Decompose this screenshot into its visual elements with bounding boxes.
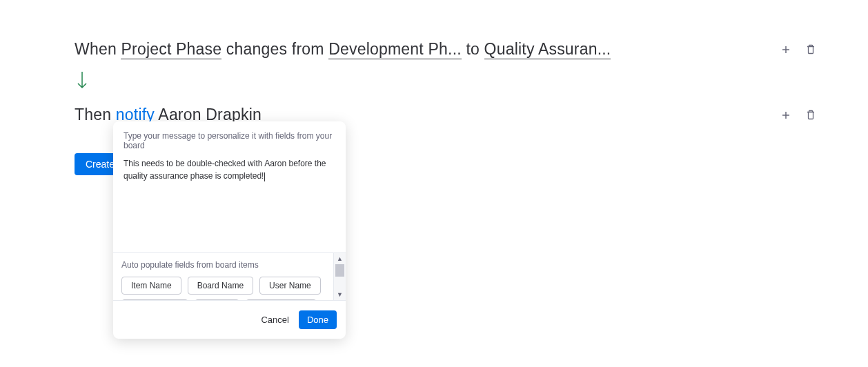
chip-row-2: Group Name People Project Phase	[121, 299, 325, 300]
trash-icon	[806, 44, 816, 54]
chip-group-name[interactable]: Group Name	[121, 299, 188, 300]
scroll-up-button[interactable]: ▲	[334, 253, 346, 264]
trash-icon	[806, 110, 816, 120]
action-actions	[780, 110, 816, 121]
trigger-from[interactable]: Development Ph...	[328, 40, 462, 59]
delete-action-button[interactable]	[805, 110, 816, 121]
add-action-button[interactable]	[780, 110, 791, 121]
plus-icon	[781, 45, 791, 54]
delete-trigger-button[interactable]	[805, 44, 816, 55]
cancel-button[interactable]: Cancel	[261, 315, 288, 325]
trigger-actions	[780, 44, 816, 55]
trigger-sentence: When Project Phase changes from Developm…	[75, 40, 611, 59]
fields-label: Auto populate fields from board items	[121, 260, 325, 270]
text-cursor	[264, 172, 265, 181]
fields-section: Auto populate fields from board items It…	[113, 252, 346, 300]
trigger-field[interactable]: Project Phase	[121, 40, 221, 59]
chip-user-name[interactable]: User Name	[259, 277, 321, 295]
add-condition-button[interactable]	[780, 44, 791, 55]
trigger-to[interactable]: Quality Assuran...	[484, 40, 611, 59]
message-textarea[interactable]: This needs to be double-checked with Aar…	[113, 157, 346, 252]
action-prefix: Then	[75, 106, 116, 123]
trigger-row: When Project Phase changes from Developm…	[75, 40, 816, 59]
plus-icon	[781, 110, 791, 120]
flow-arrow	[77, 71, 816, 92]
scroll-thumb[interactable]	[335, 264, 344, 277]
scroll-down-button[interactable]: ▼	[334, 289, 346, 300]
fields-scrollbar[interactable]: ▲ ▼	[333, 253, 346, 300]
scroll-track[interactable]	[334, 264, 346, 289]
fields-content: Auto populate fields from board items It…	[113, 253, 333, 300]
popup-footer: Cancel Done	[113, 300, 346, 339]
chip-item-name[interactable]: Item Name	[121, 277, 181, 295]
chip-project-phase[interactable]: Project Phase	[246, 299, 317, 300]
chip-row-1: Item Name Board Name User Name	[121, 277, 325, 295]
chip-people[interactable]: People	[195, 299, 239, 300]
trigger-mid2: to	[462, 40, 484, 58]
popup-instruction: Type your message to personalize it with…	[113, 121, 346, 157]
notify-message-popup: Type your message to personalize it with…	[113, 121, 346, 339]
chip-board-name[interactable]: Board Name	[188, 277, 253, 295]
message-content: This needs to be double-checked with Aar…	[124, 159, 326, 181]
done-button[interactable]: Done	[299, 310, 337, 329]
arrow-down-icon	[77, 71, 88, 89]
trigger-mid1: changes from	[221, 40, 328, 58]
trigger-prefix: When	[75, 40, 121, 58]
